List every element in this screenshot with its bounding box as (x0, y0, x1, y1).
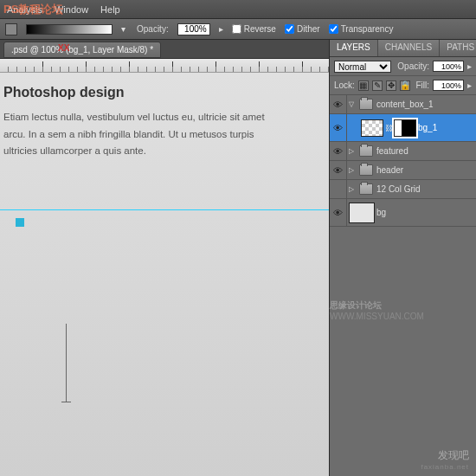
disclosure-icon[interactable]: ▷ (347, 185, 356, 193)
folder-icon (359, 145, 373, 157)
layers-list: 👁 ▽ content_box_1 👁 ⛓ bg_1 👁 ▷ featured … (330, 95, 476, 227)
fill-flyout-icon[interactable]: ▸ (467, 80, 472, 90)
tab-layers[interactable]: LAYERS (330, 40, 378, 56)
document-tab[interactable]: .psd @ 100% (bg_1, Layer Mask/8) * XX (3, 42, 161, 58)
layer-thumbnail[interactable] (349, 203, 375, 223)
disclosure-icon[interactable]: ▽ (347, 100, 356, 108)
folder-icon (359, 183, 373, 195)
blend-mode-select[interactable]: Normal (334, 61, 391, 73)
gradient-dropdown-icon[interactable]: ▾ (121, 24, 128, 35)
blend-row: Normal Opacity: 100% ▸ (330, 57, 476, 76)
lock-row: Lock: ▦ ✎ ✥ 🔒 Fill: 100% ▸ (330, 76, 476, 95)
layer-group-content-box[interactable]: 👁 ▽ content_box_1 (330, 95, 476, 114)
layer-group-featured[interactable]: 👁 ▷ featured (330, 142, 476, 161)
layers-panel: LAYERS CHANNELS PATHS ▸≡ Normal Opacity:… (329, 40, 476, 476)
opacity-flyout-icon[interactable]: ▸ (467, 61, 472, 71)
fill-value[interactable]: 100% (433, 80, 464, 91)
canvas[interactable]: Photoshop design Etiam lectus nulla, ves… (0, 73, 329, 476)
visibility-icon[interactable] (330, 180, 347, 199)
ruler-horizontal[interactable] (0, 59, 329, 73)
menu-bar: Analysis Window Help (0, 0, 476, 19)
opacity-value[interactable]: 100% (177, 23, 210, 35)
disclosure-icon[interactable]: ▷ (347, 166, 356, 174)
watermark-faxianba: 发现吧 faxianba.net (421, 448, 469, 471)
opacity-stepper-icon[interactable]: ▸ (219, 24, 223, 34)
dither-checkbox[interactable]: Dither (285, 24, 320, 34)
guide-line[interactable] (0, 209, 329, 210)
folder-icon (359, 99, 373, 110)
reverse-checkbox[interactable]: Reverse (232, 24, 276, 34)
watermark-missyuan: 思缘设计论坛WWW.MISSYUAN.COM (330, 299, 467, 321)
disclosure-icon[interactable]: ▷ (347, 147, 356, 155)
text-cursor (66, 324, 67, 402)
options-bar: ▾ Opacity: 100% ▸ Reverse Dither Transpa… (0, 19, 476, 40)
opacity-label: Opacity: (137, 24, 169, 34)
layer-group-grid[interactable]: ▷ 12 Col Grid (330, 180, 476, 199)
overlay-watermark: PS教程论坛 (3, 2, 63, 17)
selection-handle[interactable] (16, 218, 24, 227)
tool-icon[interactable] (5, 23, 17, 35)
layer-group-header[interactable]: 👁 ▷ header (330, 161, 476, 180)
visibility-icon[interactable]: 👁 (330, 142, 347, 161)
visibility-icon[interactable]: 👁 (330, 114, 347, 142)
panel-opacity-value[interactable]: 100% (433, 61, 464, 72)
lock-all-icon[interactable]: 🔒 (400, 80, 410, 91)
transparency-checkbox[interactable]: Transparency (329, 24, 394, 34)
layer-name[interactable]: bg_1 (418, 123, 437, 132)
tab-close-icon[interactable]: XX (58, 43, 69, 53)
text-cursor-base (61, 402, 71, 402)
layer-name[interactable]: featured (376, 146, 408, 156)
visibility-icon[interactable]: 👁 (330, 95, 347, 114)
layer-thumbnail[interactable] (361, 119, 383, 137)
canvas-body-text: Etiam lectus nulla, vestibulum vel luctu… (0, 109, 277, 160)
mask-thumbnail[interactable] (394, 119, 416, 137)
visibility-icon[interactable]: 👁 (330, 161, 347, 180)
menu-help[interactable]: Help (100, 4, 120, 15)
gradient-preview[interactable] (26, 24, 113, 35)
lock-transparency-icon[interactable]: ▦ (358, 80, 369, 91)
panel-tabs: LAYERS CHANNELS PATHS ▸≡ (330, 40, 476, 57)
fill-label: Fill: (415, 80, 429, 90)
layer-bg1[interactable]: 👁 ⛓ bg_1 (330, 114, 476, 142)
canvas-heading: Photoshop design (0, 73, 329, 109)
layer-name[interactable]: 12 Col Grid (376, 184, 421, 194)
layer-name[interactable]: content_box_1 (376, 100, 434, 109)
layer-bg[interactable]: 👁 bg (330, 199, 476, 227)
tab-channels[interactable]: CHANNELS (378, 40, 440, 56)
document-tab-title: .psd @ 100% (bg_1, Layer Mask/8) * (11, 45, 153, 55)
mask-link-icon[interactable]: ⛓ (385, 124, 392, 132)
lock-label: Lock: (334, 80, 355, 90)
layer-name[interactable]: bg (376, 208, 386, 217)
tab-paths[interactable]: PATHS (440, 40, 476, 56)
layer-name[interactable]: header (376, 165, 403, 175)
lock-image-icon[interactable]: ✎ (372, 80, 383, 91)
lock-position-icon[interactable]: ✥ (386, 80, 396, 91)
panel-opacity-label: Opacity: (397, 61, 429, 71)
visibility-icon[interactable]: 👁 (330, 199, 347, 227)
folder-icon (359, 164, 373, 176)
